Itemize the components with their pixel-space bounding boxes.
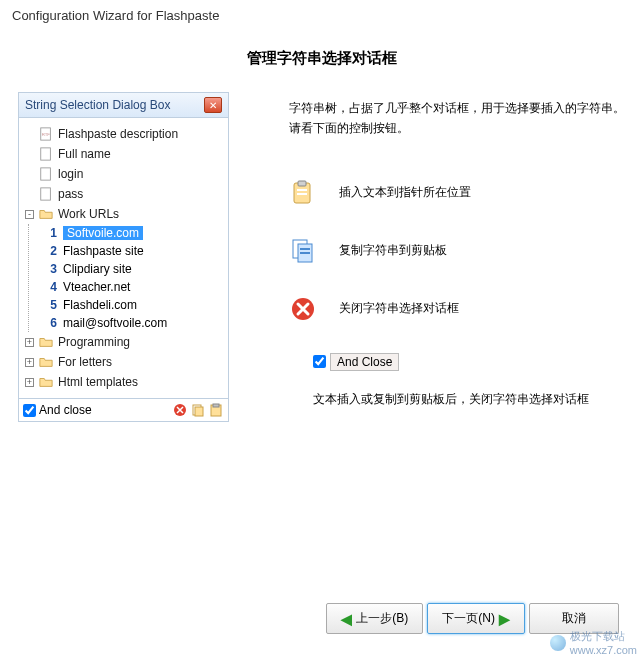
close-red-icon [289, 295, 317, 323]
cancel-button[interactable]: 取消 [529, 603, 619, 634]
expand-icon[interactable]: + [25, 358, 34, 367]
svg-rect-13 [297, 193, 307, 195]
and-close-label: And close [39, 403, 92, 417]
tree-item-label: Flashpaste site [63, 244, 144, 258]
expand-icon[interactable]: + [25, 338, 34, 347]
paste-icon[interactable] [208, 402, 224, 418]
tree-sub-item[interactable]: 6mail@softvoile.com [43, 314, 224, 332]
tree-item-label: Flashdeli.com [63, 298, 137, 312]
bottom-note: 文本插入或复制到剪贴板后，关闭字符串选择对话框 [313, 391, 625, 408]
section-title: 管理字符串选择对话框 [18, 49, 625, 68]
collapse-icon[interactable]: - [25, 210, 34, 219]
rtf-file-icon: RTF [38, 126, 54, 142]
folder-icon [38, 334, 54, 350]
arrow-left-icon: ◀ [341, 611, 352, 627]
tree-item-label: Softvoile.com [63, 226, 143, 240]
item-number: 4 [43, 280, 57, 294]
action-copy: 复制字符串到剪贴板 [289, 237, 625, 265]
copy-documents-icon [289, 237, 317, 265]
and-close-checkbox-demo[interactable] [313, 355, 326, 368]
folder-icon [38, 374, 54, 390]
svg-rect-11 [298, 181, 306, 186]
tree-item-label: Full name [58, 147, 111, 161]
item-number: 5 [43, 298, 57, 312]
item-number: 6 [43, 316, 57, 330]
action-label: 插入文本到指针所在位置 [339, 184, 471, 201]
window-title: Configuration Wizard for Flashpaste [0, 0, 643, 31]
folder-icon [38, 354, 54, 370]
svg-rect-17 [300, 252, 310, 254]
tree-item-label: login [58, 167, 83, 181]
action-label: 关闭字符串选择对话框 [339, 300, 459, 317]
tree-folder[interactable]: + Programming [23, 332, 224, 352]
item-number: 2 [43, 244, 57, 258]
back-button[interactable]: ◀上一步(B) [326, 603, 423, 634]
tree-sub-item[interactable]: 1Softvoile.com [43, 224, 224, 242]
file-icon [38, 146, 54, 162]
tree-item-label: Html templates [58, 375, 138, 389]
tree-sub-item[interactable]: 3Clipdiary site [43, 260, 224, 278]
tree-folder[interactable]: + For letters [23, 352, 224, 372]
delete-icon[interactable] [172, 402, 188, 418]
right-column: 字符串树，占据了几乎整个对话框，用于选择要插入的字符串。请看下面的控制按钮。 插… [289, 92, 625, 408]
tree-item-label: mail@softvoile.com [63, 316, 167, 330]
and-close-checkbox[interactable] [23, 404, 36, 417]
svg-rect-7 [195, 407, 203, 416]
clipboard-paste-icon [289, 179, 317, 207]
tree-folder-work-urls[interactable]: - Work URLs [23, 204, 224, 224]
tree-item-label: Programming [58, 335, 130, 349]
tree-header: String Selection Dialog Box ✕ [19, 93, 228, 118]
file-icon [38, 186, 54, 202]
action-close: 关闭字符串选择对话框 [289, 295, 625, 323]
tree-item[interactable]: RTF Flashpaste description [23, 124, 224, 144]
tree-sub-item[interactable]: 5Flashdeli.com [43, 296, 224, 314]
svg-text:RTF: RTF [42, 132, 51, 137]
tree-item-label: Work URLs [58, 207, 119, 221]
tree-item-label: For letters [58, 355, 112, 369]
tree-folder[interactable]: + Html templates [23, 372, 224, 392]
next-button[interactable]: 下一页(N)▶ [427, 603, 525, 634]
wizard-button-bar: ◀上一步(B) 下一页(N)▶ 取消 [326, 603, 619, 634]
item-number: 1 [43, 226, 57, 240]
tree-body: RTF Flashpaste description Full name log… [19, 118, 228, 398]
watermark-url: www.xz7.com [570, 644, 637, 656]
watermark-logo-icon [550, 635, 566, 651]
expand-icon[interactable]: + [25, 378, 34, 387]
file-icon [38, 166, 54, 182]
and-close-highlight: And Close [313, 353, 625, 371]
tree-children: 1Softvoile.com 2Flashpaste site 3Clipdia… [28, 224, 224, 332]
tree-item-label: pass [58, 187, 83, 201]
svg-rect-2 [41, 148, 51, 160]
svg-rect-4 [41, 188, 51, 200]
tree-item-label: Vteacher.net [63, 280, 130, 294]
tree-header-title: String Selection Dialog Box [25, 98, 170, 112]
tree-sub-item[interactable]: 2Flashpaste site [43, 242, 224, 260]
tree-item[interactable]: Full name [23, 144, 224, 164]
back-label: 上一步(B) [356, 610, 408, 627]
tree-item[interactable]: pass [23, 184, 224, 204]
tree-panel: String Selection Dialog Box ✕ RTF Flashp… [18, 92, 229, 422]
tree-item-label: Clipdiary site [63, 262, 132, 276]
svg-rect-12 [297, 189, 307, 191]
next-label: 下一页(N) [442, 610, 495, 627]
svg-rect-3 [41, 168, 51, 180]
svg-rect-16 [300, 248, 310, 250]
svg-rect-9 [213, 404, 219, 407]
arrow-right-icon: ▶ [499, 611, 510, 627]
tree-sub-item[interactable]: 4Vteacher.net [43, 278, 224, 296]
close-icon[interactable]: ✕ [204, 97, 222, 113]
tree-item[interactable]: login [23, 164, 224, 184]
folder-open-icon [38, 206, 54, 222]
tree-item-label: Flashpaste description [58, 127, 178, 141]
action-paste: 插入文本到指针所在位置 [289, 179, 625, 207]
and-close-text: And Close [330, 353, 399, 371]
tree-footer: And close [19, 398, 228, 421]
action-label: 复制字符串到剪贴板 [339, 242, 447, 259]
item-number: 3 [43, 262, 57, 276]
description-text: 字符串树，占据了几乎整个对话框，用于选择要插入的字符串。请看下面的控制按钮。 [289, 98, 625, 139]
copy-icon[interactable] [190, 402, 206, 418]
